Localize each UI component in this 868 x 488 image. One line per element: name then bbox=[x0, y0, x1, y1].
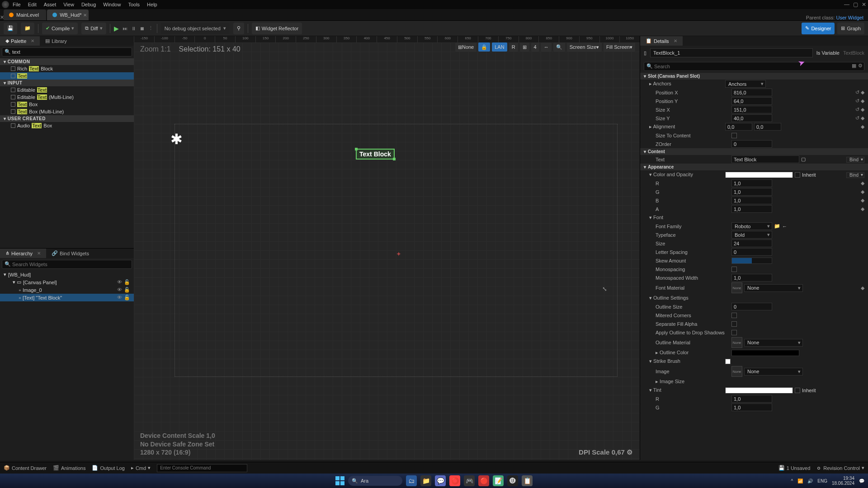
anchors-dropdown[interactable]: Anchors bbox=[725, 80, 766, 88]
inherit-check[interactable] bbox=[795, 388, 800, 393]
palette-item[interactable]: Text Box (Multi-Line) bbox=[0, 108, 134, 115]
inherit-check[interactable] bbox=[795, 172, 800, 178]
respect-button[interactable]: R bbox=[509, 42, 518, 52]
diff-button[interactable]: ⧉Diff▾ bbox=[81, 23, 106, 34]
lan-button[interactable]: LAN bbox=[492, 42, 507, 52]
window-close[interactable]: ✕ bbox=[862, 1, 866, 8]
menu-asset[interactable]: Asset bbox=[44, 2, 57, 7]
lock-widgets[interactable]: 🔒 bbox=[478, 42, 490, 52]
tab-hierarchy[interactable]: ⋔Hierarchy✕ bbox=[0, 249, 46, 258]
palette-item[interactable]: Editable Text (Multi-Line) bbox=[0, 94, 134, 101]
asset-thumb[interactable]: None bbox=[731, 282, 742, 293]
sizex-input[interactable] bbox=[731, 106, 772, 113]
browse-button[interactable]: 📁 bbox=[21, 23, 34, 34]
tab-close-all[interactable]: ✕ bbox=[0, 14, 4, 20]
grid-toggle[interactable]: ⊞ bbox=[520, 42, 529, 52]
menu-debug[interactable]: Debug bbox=[81, 2, 96, 7]
lock-icon[interactable]: 🔓 bbox=[124, 287, 130, 293]
palette-item-richtext[interactable]: Rich Text Block bbox=[0, 65, 134, 72]
window-minimize[interactable]: — bbox=[844, 1, 849, 8]
tab-close[interactable]: ✕ bbox=[31, 38, 34, 43]
animations-button[interactable]: 🎬 Animations bbox=[53, 465, 85, 471]
asset-thumb[interactable]: None bbox=[731, 366, 742, 377]
parent-class-link[interactable]: User Widget bbox=[836, 15, 863, 20]
notifications-icon[interactable]: 💬 bbox=[859, 479, 864, 483]
tab-close[interactable]: ✕ bbox=[674, 38, 677, 43]
posy-input[interactable] bbox=[731, 97, 772, 105]
hier-root[interactable]: ▾[WB_Hud] bbox=[0, 271, 134, 278]
reset-button[interactable]: ↺ ◆ bbox=[855, 107, 864, 113]
widget-reflector-button[interactable]: ◧Widget Reflector bbox=[252, 23, 302, 34]
applyout-checkbox[interactable] bbox=[731, 330, 737, 335]
lang-icon[interactable]: ENG bbox=[817, 479, 827, 483]
taskbar-app[interactable]: 🗂 bbox=[406, 475, 417, 486]
taskbar-search[interactable]: 🔍Ara bbox=[348, 476, 402, 486]
hier-image[interactable]: ▫Image_0👁🔓 bbox=[0, 286, 134, 294]
bind-dropdown[interactable]: Bind bbox=[846, 157, 864, 163]
wifi-icon[interactable]: 📶 bbox=[797, 479, 803, 483]
clock[interactable]: 19:34 18.06.2024 bbox=[832, 476, 854, 486]
size-input[interactable] bbox=[731, 239, 772, 247]
taskbar-app[interactable]: 🔴 bbox=[478, 475, 489, 486]
stop-button[interactable]: ⏹ bbox=[140, 26, 145, 31]
fontmat-dropdown[interactable]: None bbox=[744, 284, 803, 292]
grid-size[interactable]: 4 bbox=[531, 42, 539, 52]
screen-size-dropdown[interactable]: Screen Size ▾ bbox=[567, 42, 602, 52]
menu-window[interactable]: Window bbox=[103, 2, 121, 7]
menu-help[interactable]: Help bbox=[147, 2, 157, 7]
pause-button[interactable]: ⏸ bbox=[131, 26, 136, 31]
window-maximize[interactable]: ▢ bbox=[853, 1, 858, 8]
reset-button[interactable]: ◆ bbox=[861, 124, 864, 130]
tab-details[interactable]: 📋Details✕ bbox=[640, 36, 683, 46]
tab-mainlevel[interactable]: MainLevel bbox=[4, 9, 46, 20]
palette-item[interactable]: Audio Text Box bbox=[0, 122, 134, 129]
unsaved-button[interactable]: 💾 1 Unsaved bbox=[778, 465, 811, 471]
revision-control-button[interactable]: ⭘ Revision Control ▾ bbox=[816, 465, 864, 471]
strike-swatch[interactable] bbox=[725, 359, 731, 364]
image-dropdown[interactable]: None bbox=[744, 368, 803, 375]
content-drawer-button[interactable]: 📦 Content Drawer bbox=[4, 465, 47, 471]
palette-search-input[interactable] bbox=[2, 47, 132, 56]
start-button[interactable] bbox=[335, 476, 344, 485]
align-y-input[interactable] bbox=[754, 123, 781, 131]
sizey-input[interactable] bbox=[731, 114, 772, 122]
menu-view[interactable]: View bbox=[63, 2, 74, 7]
resize-handle[interactable]: ⤡ bbox=[602, 286, 607, 292]
taskbar-app[interactable]: 📁 bbox=[420, 475, 431, 486]
group-input[interactable]: ▾ INPUT bbox=[0, 80, 134, 86]
reset-button[interactable]: ↺ ◆ bbox=[855, 89, 864, 95]
palette-item[interactable]: Editable Text bbox=[0, 86, 134, 94]
taskbar-app[interactable]: 📋 bbox=[522, 475, 533, 486]
lock-icon[interactable]: 🔓 bbox=[124, 295, 130, 300]
tab-library[interactable]: ▤Library bbox=[40, 36, 72, 46]
reset-button[interactable]: ↺ ◆ bbox=[855, 98, 864, 104]
find-button[interactable]: ⚲ bbox=[233, 23, 244, 34]
dpi-scale[interactable]: DPI Scale 0,67 ⚙ bbox=[579, 448, 632, 456]
text-block-widget[interactable]: Text Block bbox=[356, 149, 395, 160]
tab-close[interactable]: ✕ bbox=[83, 13, 87, 18]
b-input[interactable] bbox=[731, 197, 772, 204]
hierarchy-search-input[interactable] bbox=[2, 260, 132, 269]
visibility-icon[interactable]: 👁 bbox=[117, 295, 122, 300]
fill-screen-dropdown[interactable]: Fill Screen ▾ bbox=[604, 42, 635, 52]
a-input[interactable] bbox=[731, 205, 772, 213]
lock-icon[interactable]: 🔓 bbox=[124, 279, 130, 285]
text-input[interactable] bbox=[731, 155, 799, 163]
tab-wb-hud[interactable]: WB_Hud* ✕ bbox=[47, 9, 89, 20]
tray-expand[interactable]: ^ bbox=[791, 479, 793, 483]
menu-file[interactable]: File bbox=[13, 2, 21, 7]
group-user[interactable]: ▾ USER CREATED bbox=[0, 115, 134, 122]
tab-bind-widgets[interactable]: 🔗Bind Widgets bbox=[46, 249, 94, 258]
stc-checkbox[interactable] bbox=[731, 133, 737, 138]
canvas-viewport[interactable]: ✱ Text Block ✦ ⤡ Device Content Scale 1,… bbox=[134, 42, 640, 460]
debug-object-select[interactable]: No debug object selected ▾ bbox=[161, 23, 230, 34]
taskbar-app[interactable]: ⭕ bbox=[449, 475, 460, 486]
monow-input[interactable] bbox=[731, 274, 772, 282]
menu-tools[interactable]: Tools bbox=[128, 2, 140, 7]
reset-button[interactable]: ↺ ◆ bbox=[855, 115, 864, 121]
filter-icon[interactable]: ▦ bbox=[852, 63, 856, 69]
group-common[interactable]: ▾ COMMON bbox=[0, 58, 134, 65]
details-search-input[interactable] bbox=[644, 62, 864, 71]
section-content[interactable]: ▾ Content bbox=[640, 148, 868, 155]
skew-slider[interactable] bbox=[731, 258, 772, 264]
